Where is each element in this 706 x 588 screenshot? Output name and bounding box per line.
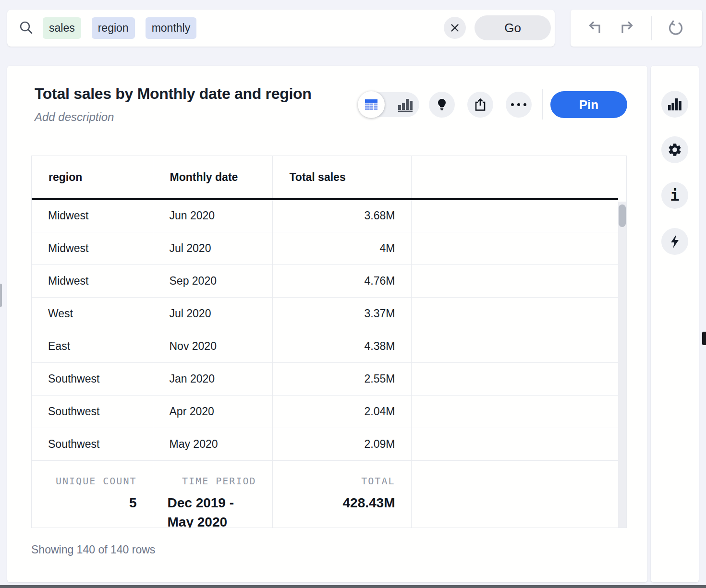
go-button[interactable]: Go [475,15,551,40]
cell-empty [411,395,618,428]
table-row[interactable]: MidwestSep 20204.76M [32,264,618,297]
spotiq-button[interactable] [661,228,688,255]
search-bar[interactable]: salesregionmonthly Go [7,10,555,47]
cell-total: 2.04M [272,395,411,428]
table-row[interactable]: SouthwestApr 20202.04M [32,395,618,428]
right-sidebar: i [651,66,699,582]
answer-card: Total sales by Monthly date and region A… [7,66,647,582]
share-button[interactable] [467,92,493,118]
lightning-bolt-icon [669,234,681,249]
table-row[interactable]: MidwestJul 20204M [32,232,618,264]
table-view-button[interactable] [358,91,385,118]
info-button[interactable]: i [661,182,688,209]
page-title: Total sales by Monthly date and region [35,85,312,103]
table-scrollbar-thumb[interactable] [619,204,626,227]
cell-region: Southwest [32,428,153,460]
cell-region: Southwest [32,362,153,395]
more-options-button[interactable] [506,92,532,118]
cell-empty [411,199,618,232]
results-table: region Monthly date Total sales MidwestJ… [31,156,627,528]
summary-total: TOTAL 428.43M [272,460,411,528]
bar-chart-icon [668,97,682,111]
row-count-status: Showing 140 of 140 rows [31,543,155,556]
insights-button[interactable] [429,92,455,118]
ellipsis-icon [511,103,514,106]
answer-header: Total sales by Monthly date and region A… [35,85,312,124]
cell-date: Nov 2020 [153,330,272,362]
search-icon [19,20,35,36]
cell-total: 4.38M [272,330,411,362]
cell-date: Jul 2020 [153,232,272,264]
column-header-monthly-date[interactable]: Monthly date [153,156,272,199]
summary-time-period: TIME PERIOD Dec 2019 - May 2020 [153,460,272,528]
left-panel-handle[interactable] [0,284,2,307]
redo-icon[interactable] [619,20,636,36]
chart-config-button[interactable] [661,91,688,118]
cell-empty [411,297,618,330]
cell-region: Midwest [32,264,153,297]
summary-unique-count: UNIQUE COUNT 5 [32,460,153,528]
column-header-empty [411,156,618,199]
table-row[interactable]: MidwestJun 20203.68M [32,199,618,232]
cell-empty [411,330,618,362]
cell-empty [411,264,618,297]
search-tokens: salesregionmonthly [43,17,196,39]
table-row[interactable]: WestJul 20203.37M [32,297,618,330]
cell-date: Jan 2020 [153,362,272,395]
reset-icon[interactable] [667,20,684,36]
lightbulb-icon [436,98,448,111]
gear-icon [667,142,682,157]
cell-total: 3.68M [272,199,411,232]
window-bottom-edge [0,585,706,588]
cell-total: 2.55M [272,362,411,395]
column-header-region[interactable]: region [32,156,153,199]
cell-region: Midwest [32,232,153,264]
search-token-sales[interactable]: sales [43,17,81,39]
table-scrollbar[interactable] [618,202,626,528]
cell-date: Jul 2020 [153,297,272,330]
cell-region: West [32,297,153,330]
table-header-row: region Monthly date Total sales [32,156,618,199]
table-row[interactable]: EastNov 20204.38M [32,330,618,362]
cell-total: 4.76M [272,264,411,297]
pin-button[interactable]: Pin [550,91,627,118]
cell-total: 4M [272,232,411,264]
summary-row: UNIQUE COUNT 5 TIME PERIOD Dec 2019 - Ma… [32,460,618,528]
table-row[interactable]: SouthwestJan 20202.55M [32,362,618,395]
cell-total: 3.37M [272,297,411,330]
close-icon [450,23,460,33]
cell-date: May 2020 [153,428,272,460]
cell-date: Sep 2020 [153,264,272,297]
table-view-icon [365,99,378,110]
add-description-field[interactable]: Add description [35,110,312,124]
actions-divider [542,89,543,120]
search-token-monthly[interactable]: monthly [146,17,197,39]
settings-button[interactable] [661,136,688,163]
toolbar-divider [651,16,652,40]
cell-empty [411,362,618,395]
search-token-region[interactable]: region [92,17,135,39]
cell-region: East [32,330,153,362]
share-icon [474,97,487,112]
cell-region: Midwest [32,199,153,232]
cell-date: Apr 2020 [153,395,272,428]
table-body: MidwestJun 20203.68MMidwestJul 20204MMid… [32,199,618,460]
table-row[interactable]: SouthwestMay 20202.09M [32,428,618,460]
chart-view-button[interactable] [397,97,414,112]
summary-empty [411,460,618,528]
clear-search-button[interactable] [444,17,466,39]
page-scrollbar-thumb[interactable] [702,332,706,345]
view-toggle[interactable] [358,92,419,117]
cell-region: Southwest [32,395,153,428]
undo-icon[interactable] [585,20,603,36]
cell-date: Jun 2020 [153,199,272,232]
column-header-total-sales[interactable]: Total sales [272,156,411,199]
history-toolbar [571,10,702,47]
info-icon: i [670,188,679,203]
cell-empty [411,428,618,460]
cell-total: 2.09M [272,428,411,460]
cell-empty [411,232,618,264]
